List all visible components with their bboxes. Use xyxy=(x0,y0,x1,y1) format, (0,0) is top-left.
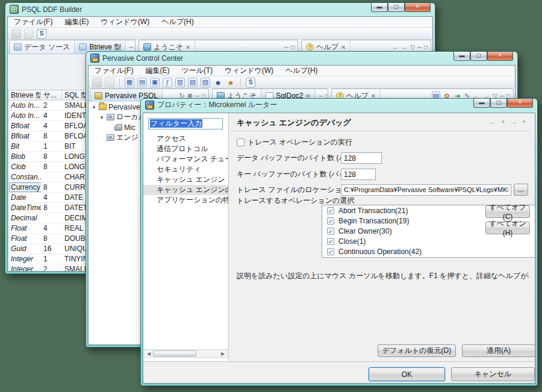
operation-label: Begin Transaction(19) xyxy=(338,217,409,225)
save-icon[interactable] xyxy=(11,29,21,39)
menu-item[interactable]: 編集(E) xyxy=(64,17,89,27)
scroll-left-icon[interactable]: ◀ xyxy=(145,351,153,356)
category-item[interactable]: キャッシュ エンジンのデバッグ xyxy=(143,185,228,195)
function-editor-icon[interactable]: ƒ xyxy=(163,78,172,87)
cancel-button[interactable]: キャンセル xyxy=(451,367,535,381)
add-column-icon[interactable]: ▧ xyxy=(188,78,198,87)
delete-column-icon[interactable]: ▨ xyxy=(201,78,210,87)
back-menu-icon[interactable]: ▼ xyxy=(500,119,505,125)
scrollbar-thumb[interactable] xyxy=(153,350,196,356)
back-icon[interactable]: ← xyxy=(392,44,399,51)
operation-checkbox[interactable]: ✓ xyxy=(327,238,334,245)
new-table-icon[interactable]: ▤ xyxy=(137,78,147,87)
menu-item[interactable]: ファイル(F) xyxy=(95,66,133,76)
operation-checkbox[interactable]: ✓ xyxy=(327,248,334,255)
titlebar[interactable]: Pervasive Control Center xyxy=(86,52,517,64)
category-item[interactable]: アプリケーションの特性 xyxy=(143,195,228,205)
key-buffer-input[interactable] xyxy=(341,169,376,180)
minimize-pane-icon[interactable]: ─ xyxy=(129,44,133,51)
category-item[interactable]: アクセス xyxy=(143,134,228,144)
print-icon[interactable] xyxy=(24,29,34,39)
trace-file-input[interactable] xyxy=(341,184,511,196)
browse-button[interactable]: ... xyxy=(514,184,528,196)
menu-item[interactable]: ファイル(F) xyxy=(14,17,52,27)
view-tab-icon xyxy=(14,43,22,51)
tree-caret-icon[interactable]: ▾ xyxy=(99,114,105,120)
view-tab[interactable]: データ ソース xyxy=(10,40,75,54)
new-sql-document-icon[interactable]: S xyxy=(246,78,255,87)
back-icon[interactable]: ← xyxy=(488,117,496,126)
operation-checkbox[interactable]: ✓ xyxy=(327,228,334,235)
menu-item[interactable]: ヘルプ(H) xyxy=(161,17,194,27)
all-on-button[interactable]: すべてオン(H) xyxy=(485,222,530,234)
category-item[interactable]: パフォーマンス チューニング xyxy=(143,154,228,164)
operation-checkbox[interactable]: ✓ xyxy=(327,217,334,225)
close-button[interactable]: ✕ xyxy=(507,99,533,108)
print-icon[interactable] xyxy=(105,78,114,87)
minimize-button[interactable]: ▬ xyxy=(371,3,388,12)
size-cell: 2 xyxy=(41,101,62,110)
filter-input[interactable]: フィルター入力 xyxy=(148,118,223,129)
new-sql-document-icon[interactable]: S xyxy=(37,29,46,39)
forward-icon[interactable]: → xyxy=(401,44,408,51)
close-tab-icon[interactable]: ✕ xyxy=(341,44,346,51)
operation-label: Continuous Operation(42) xyxy=(338,247,422,256)
minimize-pane-icon[interactable]: ─ xyxy=(284,44,288,51)
table-editor-icon[interactable]: ▥ xyxy=(175,78,185,87)
forward-menu-icon[interactable]: ▼ xyxy=(522,119,526,125)
btrieve-type-cell: Float xyxy=(11,234,27,243)
close-tab-icon[interactable]: ✕ xyxy=(185,44,190,51)
category-label: キャッシュ エンジン xyxy=(157,175,225,184)
minimize-button[interactable]: ▬ xyxy=(473,99,490,108)
user-icon[interactable]: ☻ xyxy=(213,78,223,87)
menu-item[interactable]: ツール(T) xyxy=(181,66,213,76)
menu-item[interactable]: ウィンドウ(W) xyxy=(225,66,273,76)
maximize-pane-icon[interactable]: □ xyxy=(424,44,428,51)
tree-caret-icon[interactable]: ▾ xyxy=(91,104,97,110)
trace-file-label: トレース ファイルのロケーション xyxy=(237,185,341,195)
category-item[interactable]: セキュリティ xyxy=(143,164,228,175)
size-cell xyxy=(41,172,62,182)
menu-item[interactable]: ウィンドウ(W) xyxy=(101,17,149,27)
tab-label: ヘルプ xyxy=(316,42,338,52)
apply-button[interactable]: 適用(A) xyxy=(462,344,535,357)
horizontal-scrollbar[interactable]: ◀ ▶ xyxy=(144,349,228,358)
maximize-pane-icon[interactable]: □ xyxy=(291,44,294,51)
menu-item[interactable]: 編集(E) xyxy=(145,66,169,76)
all-off-button[interactable]: すべてオフ(C) xyxy=(485,205,530,218)
category-item[interactable]: 通信プロトコル xyxy=(143,144,228,154)
trace-operations-checkbox[interactable] xyxy=(237,138,245,146)
operation-item[interactable]: ✓ Close(1) xyxy=(322,236,535,246)
import-data-icon[interactable]: ▣ xyxy=(150,78,160,87)
column-header[interactable]: Btrieve 型 xyxy=(8,90,41,100)
operation-item[interactable]: ✓ Continuous Operation(42) xyxy=(322,246,535,257)
column-header[interactable]: サ... xyxy=(41,90,62,100)
new-database-icon[interactable]: ▦ xyxy=(125,78,134,87)
restore-defaults-button[interactable]: デフォルトの復元(D) xyxy=(378,344,456,357)
dialog-button-bar: OK キャンセル xyxy=(143,361,535,383)
btrieve-type-cell: Auto In... xyxy=(11,111,40,120)
minimize-button[interactable]: ▬ xyxy=(453,52,470,61)
data-buffer-row: データ バッファーのバイト数 (バイト) xyxy=(237,152,382,164)
forward-icon[interactable]: → xyxy=(509,117,517,126)
tab-label: ようこそ xyxy=(154,42,183,52)
category-item[interactable]: キャッシュ エンジン xyxy=(143,175,228,185)
toolbar: S xyxy=(8,28,432,40)
close-button[interactable]: ✕ xyxy=(405,3,431,12)
maximize-button[interactable]: ▢ xyxy=(470,52,487,61)
view-menu-icon[interactable]: ▽ xyxy=(410,44,415,51)
scroll-right-icon[interactable]: ▶ xyxy=(219,351,227,356)
trace-file-row: トレース ファイルのロケーション ... xyxy=(237,184,528,196)
save-icon[interactable] xyxy=(92,78,102,87)
window-controls: ▬ ▢ ✕ xyxy=(473,99,533,108)
data-buffer-input[interactable] xyxy=(341,152,382,164)
operation-label: Clear Owner(30) xyxy=(338,227,392,235)
ok-button[interactable]: OK xyxy=(369,367,445,381)
operation-checkbox[interactable]: ✓ xyxy=(327,207,334,214)
user-group-icon[interactable]: ☻ xyxy=(226,78,235,87)
maximize-button[interactable]: ▢ xyxy=(490,99,507,108)
minimize-pane-icon[interactable]: ─ xyxy=(417,44,422,51)
maximize-button[interactable]: ▢ xyxy=(388,3,405,12)
close-button[interactable]: ✕ xyxy=(487,52,513,61)
menu-item[interactable]: ヘルプ(H) xyxy=(285,66,318,76)
